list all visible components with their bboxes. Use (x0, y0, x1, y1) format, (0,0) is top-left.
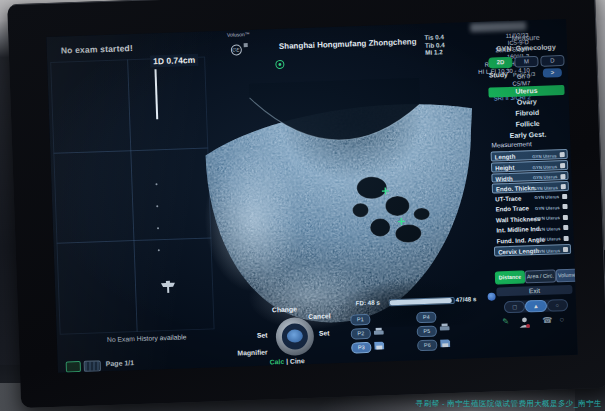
measurement-label: Width (495, 174, 512, 182)
cine-label: | Cine (286, 357, 305, 365)
ellipse-toggle-icon[interactable]: ○ (546, 299, 568, 312)
trackball-wheel[interactable] (275, 317, 314, 356)
volume-tool-button[interactable]: Volume (556, 269, 578, 283)
caliper-toggle-group[interactable]: ◻ ▲ ○ (504, 299, 568, 313)
cursor-toggle-icon[interactable]: ▲ (525, 300, 547, 313)
mode-button-m[interactable]: M (514, 56, 538, 68)
measurement-tag: GYN Uterus (534, 194, 559, 200)
measurement-checkbox[interactable] (562, 193, 567, 198)
ultrasound-screen: No exam started! Voluson™ GE Shanghai Ho… (46, 19, 577, 373)
depth-marker (155, 183, 157, 185)
measurement-checkbox[interactable] (562, 204, 567, 209)
ultrasound-image[interactable] (153, 62, 482, 335)
thumbnail-cell[interactable] (53, 150, 134, 244)
cine-fd-label: FD: 48 s (356, 299, 380, 307)
hospital-name: Shanghai Hongmufang Zhongcheng (263, 37, 433, 52)
measurement-tag: GYN Uterus (536, 226, 561, 232)
phone-icon[interactable]: ☎ (542, 316, 552, 326)
probe-orientation-marker-icon (275, 60, 284, 69)
thumbnail-cell[interactable] (56, 240, 137, 334)
depth-marker (157, 227, 159, 229)
body-marker-icon (159, 279, 177, 294)
gallery-icon[interactable] (66, 361, 81, 373)
printer-icon (440, 323, 450, 331)
p5-button[interactable]: P5 (417, 326, 437, 338)
distance-measurement-label: 1D 0.74cm (150, 54, 198, 68)
brand-block: Voluson™ GE (218, 31, 259, 56)
depth-marker (156, 205, 158, 207)
caliper-toggle-icon[interactable]: ◻ (504, 300, 526, 313)
study-page-indicator: Page 1/3 (513, 71, 536, 78)
trackball-top-label: Change (272, 305, 297, 313)
exam-history-empty-text: No Exam History available (107, 333, 187, 343)
keyboard-icon[interactable] (84, 360, 101, 372)
measurement-checkbox[interactable] (561, 184, 566, 189)
p3-button[interactable]: P3 (351, 342, 371, 354)
info-icon[interactable] (487, 293, 495, 301)
measurement-tag: GYN Uterus (532, 164, 557, 170)
measurement-checkbox[interactable] (563, 214, 568, 219)
p1-button[interactable]: P1 (350, 314, 370, 326)
measurement-row-cervix-length[interactable]: Cervix Length GYN Uterus (494, 244, 571, 256)
save-icon (374, 341, 384, 349)
thumbnail-cell[interactable] (50, 59, 131, 153)
trackball-top-right-label: Cancel (308, 312, 331, 320)
calc-label: Calc (270, 358, 285, 365)
measurement-label: Endo Trace (495, 204, 529, 212)
distance-tool-button[interactable]: Distance (495, 270, 525, 284)
p6-button[interactable]: P6 (417, 340, 437, 352)
measurement-tag: GYN Uterus (533, 185, 558, 191)
measurement-label: Endo. Thickn. (496, 184, 537, 192)
mode-button-d[interactable]: D (540, 55, 564, 67)
measurement-section-title: Measurement (491, 140, 532, 148)
printer-icon (374, 327, 384, 335)
measurement-checkbox[interactable] (560, 174, 565, 179)
measure-panel-subtitle: GYN: Gynecology (487, 43, 565, 53)
measurement-checkbox[interactable] (560, 163, 565, 168)
cine-progress-fill (390, 298, 452, 305)
trackball-left-label: Set (257, 332, 268, 339)
redacted-datetime (470, 21, 526, 32)
save-icon (440, 339, 450, 347)
measurement-checkbox[interactable] (563, 225, 568, 230)
ultrasound-monitor: No exam started! Voluson™ GE Shanghai Ho… (7, 0, 605, 408)
measurement-tag: GYN Uterus (536, 236, 561, 242)
exam-status-text: No exam started! (61, 43, 133, 56)
cine-frame-counter: 47/48 s (456, 295, 477, 303)
measurement-tag: GYN Uterus (535, 248, 560, 254)
trackball-bottom-label: Calc| Cine (270, 357, 305, 365)
trackball-bottom-left-label: Magnifier (237, 349, 267, 357)
mode-button-2d[interactable]: 2D (488, 57, 512, 69)
measurement-label: Length (495, 153, 516, 161)
status-circle-icon[interactable]: ○ (559, 315, 564, 325)
exit-button[interactable]: Exit (496, 285, 572, 297)
measurement-label: Cervix Length (498, 247, 539, 255)
depth-marker (158, 249, 160, 251)
trackball-right-label: Set (319, 329, 330, 336)
measure-panel-title: Measure (486, 32, 564, 44)
measurement-checkbox[interactable] (563, 247, 568, 252)
measurement-tag: GYN Uterus (532, 153, 557, 159)
measurement-label: Wall Thickness (496, 214, 541, 223)
measurement-tag: GYN Uterus (535, 205, 560, 211)
brand-mark-icon (243, 43, 247, 47)
study-label: Study (489, 71, 508, 79)
patient-icon[interactable] (518, 316, 530, 328)
measurement-tag: GYN Uterus (533, 174, 558, 180)
measurement-label: Height (495, 164, 514, 172)
p4-button[interactable]: P4 (416, 312, 436, 324)
area-circ-tool-button[interactable]: Area / Circ. (525, 269, 556, 283)
clipboard-page-indicator: Page 1/1 (106, 359, 135, 367)
annotate-pencil-icon[interactable]: ✎ (502, 317, 509, 327)
ge-logo-icon: GE (230, 44, 241, 55)
measurement-checkbox[interactable] (564, 235, 569, 240)
measurement-checkbox[interactable] (560, 152, 565, 157)
p2-button[interactable]: P2 (351, 328, 371, 340)
measurement-label: UT-Trace (495, 194, 521, 202)
brand-name: Voluson™ (218, 31, 258, 38)
study-next-page-button[interactable]: > (543, 68, 562, 78)
watermark-text: 寻刷帮 - 南宁生殖医院做试管费用大概是多少_南宁生 (416, 399, 602, 409)
measurement-tag: GYN Uterus (535, 215, 560, 221)
